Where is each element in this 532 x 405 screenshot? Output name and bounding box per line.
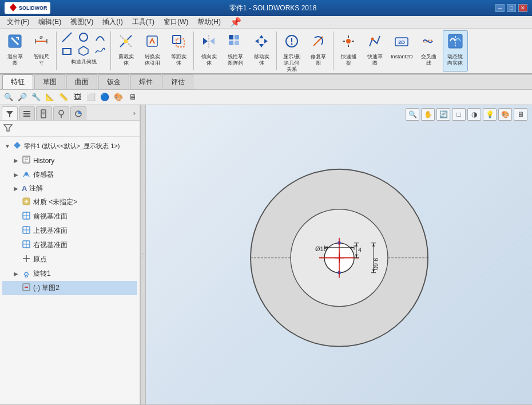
spline-button[interactable] — [92, 44, 108, 58]
instant2d-button[interactable]: 2D Instant2D — [388, 30, 415, 72]
tree-sketch2-item[interactable]: ▶ (-) 草图2 — [2, 281, 137, 295]
line-button[interactable] — [59, 30, 75, 44]
mirror-button[interactable]: 镜向实体 — [196, 30, 221, 72]
settings-button[interactable]: 🔧 — [30, 91, 42, 104]
vp-light-button[interactable]: 💡 — [483, 108, 497, 121]
vp-zoom-button[interactable]: 🔍 — [406, 108, 419, 121]
sphere-button[interactable]: 🔵 — [98, 91, 111, 104]
search-button[interactable]: 🔍 — [2, 91, 15, 104]
panel-resize-handle[interactable]: ⋮ — [140, 105, 146, 404]
repair-sketch-button[interactable]: 修复草图 — [305, 30, 331, 72]
polygon-button[interactable] — [76, 44, 92, 58]
sep1 — [56, 31, 57, 70]
tree-front-plane-item[interactable]: ▶ 前视基准面 — [2, 209, 137, 224]
panel-tab-filter[interactable] — [2, 106, 18, 120]
vp-scene-button[interactable]: 🖥 — [514, 108, 527, 121]
panel-tab-doc[interactable] — [36, 106, 52, 120]
sensors-label: 传感器 — [33, 170, 54, 180]
root-label: 零件1 (默认<<默认>_显示状态 1>) — [24, 142, 120, 150]
svg-point-9 — [80, 33, 88, 41]
menu-pin-icon[interactable]: 📌 — [230, 17, 241, 27]
move-icon — [253, 33, 269, 53]
move-button[interactable]: 移动实体 — [249, 30, 274, 72]
tab-weldment[interactable]: 焊件 — [130, 74, 161, 89]
convert-button[interactable]: 转换实体引用 — [140, 30, 165, 72]
menu-help[interactable]: 帮助(H) — [193, 16, 225, 28]
quick-snap-button[interactable]: 快速捕捉 — [336, 30, 361, 72]
tree-origin-item[interactable]: ▶ 原点 — [2, 252, 137, 267]
frame-button[interactable]: 🖼 — [71, 91, 84, 104]
svg-rect-15 — [147, 36, 157, 46]
show-delete-relations-button[interactable]: 显示/删除几何关系 — [279, 30, 304, 72]
exit-sketch-button[interactable]: 退出草图 — [2, 30, 27, 72]
view-button[interactable]: ⬜ — [85, 91, 97, 104]
minimize-button[interactable]: ─ — [495, 4, 505, 12]
tab-sketch[interactable]: 草图 — [34, 74, 65, 89]
annotations-expand-icon: ▶ — [14, 185, 19, 192]
display-button[interactable]: 🖥 — [126, 91, 138, 104]
tree-area: ▼ 零件1 (默认<<默认>_显示状态 1>) ▶ History ▶ — [0, 137, 140, 404]
trim-button[interactable]: 剪裁实体 — [113, 30, 138, 72]
menu-file[interactable]: 文件(F) — [2, 16, 34, 28]
window-controls[interactable]: ─ □ ✕ — [495, 4, 527, 12]
vp-section-button[interactable]: ◑ — [467, 108, 481, 121]
smart-dimension-button[interactable]: Ø 智能尺寸 — [29, 30, 54, 72]
tab-sheet-metal[interactable]: 钣金 — [98, 74, 129, 89]
maximize-button[interactable]: □ — [507, 4, 516, 12]
tree-top-plane-item[interactable]: ▶ 上视基准面 — [2, 224, 137, 238]
svg-text:4: 4 — [358, 247, 362, 253]
line-tools-row1 — [59, 30, 108, 44]
offset-button[interactable]: 等距实体 — [166, 30, 191, 72]
resize-icon: ⋮ — [140, 252, 146, 258]
vp-view-button[interactable]: □ — [452, 108, 466, 121]
circle-button[interactable] — [76, 30, 92, 44]
sensors-expand-icon: ▶ — [14, 172, 19, 178]
menu-view[interactable]: 视图(V) — [66, 16, 98, 28]
color-button[interactable]: 🎨 — [112, 91, 125, 104]
dynamic-mirror-button[interactable]: 动态镜向实体 — [443, 30, 468, 72]
svg-point-37 — [371, 38, 374, 41]
tree-revolve-item[interactable]: ▶ 旋转1 — [2, 267, 137, 281]
revolve-icon — [22, 268, 31, 279]
viewport[interactable]: 🔍 ✋ 🔄 □ ◑ 💡 🎨 🖥 www.s w x.com.cn — [146, 105, 532, 404]
panel-collapse-arrow[interactable]: › — [131, 106, 138, 120]
sketch2-label: (-) 草图2 — [33, 283, 59, 293]
panel-tab-list[interactable] — [19, 106, 35, 120]
svg-rect-22 — [235, 35, 239, 39]
quick-snap-icon — [340, 33, 356, 53]
menu-insert[interactable]: 插入(I) — [98, 16, 127, 28]
menu-edit[interactable]: 编辑(E) — [34, 16, 66, 28]
arc-button[interactable] — [92, 30, 108, 44]
measure-button[interactable]: 📐 — [43, 91, 56, 104]
main-content: › ▼ 零件1 (默认<<默认>_显示状态 1>) ▶ — [0, 105, 532, 404]
annotations-label: 注解 — [29, 184, 43, 193]
panel-tab-chart[interactable] — [70, 106, 86, 120]
svg-rect-10 — [63, 49, 71, 54]
vp-pan-button[interactable]: ✋ — [421, 108, 435, 121]
tab-feature[interactable]: 特征 — [2, 74, 33, 89]
close-button[interactable]: ✕ — [518, 4, 527, 12]
vp-rotate-button[interactable]: 🔄 — [436, 108, 450, 121]
menu-tools[interactable]: 工具(T) — [128, 16, 159, 28]
svg-point-73 — [25, 275, 27, 277]
tree-right-plane-item[interactable]: ▶ 右视基准面 — [2, 238, 137, 252]
vp-appearance-button[interactable]: 🎨 — [498, 108, 512, 121]
quick-sketch-button[interactable]: 快速草图 — [362, 30, 387, 72]
tab-evaluate[interactable]: 评估 — [162, 74, 193, 89]
line-tools-label: 构造几何线 — [71, 58, 97, 66]
linear-array-button[interactable]: 线性草图阵列 — [223, 30, 248, 72]
tree-material-item[interactable]: ▶ 材质 <未指定> — [2, 195, 137, 209]
tree-annotations-item[interactable]: ▶ A 注解 — [2, 182, 137, 195]
sketch2-icon — [22, 283, 31, 293]
tree-root-item[interactable]: ▼ 零件1 (默认<<默认>_显示状态 1>) — [2, 139, 137, 153]
cross-curve-button[interactable]: 交叉曲线 — [416, 30, 442, 72]
material-icon — [22, 197, 31, 208]
menu-window[interactable]: 窗口(W) — [159, 16, 193, 28]
zoom-button[interactable]: 🔎 — [16, 91, 29, 104]
tree-history-item[interactable]: ▶ History — [2, 153, 137, 168]
tree-sensors-item[interactable]: ▶ 传感器 — [2, 168, 137, 182]
tab-surface[interactable]: 曲面 — [66, 74, 97, 89]
rect-button[interactable] — [59, 44, 75, 58]
dimension-button[interactable]: 📏 — [57, 91, 70, 104]
panel-tab-pin[interactable] — [53, 106, 69, 120]
